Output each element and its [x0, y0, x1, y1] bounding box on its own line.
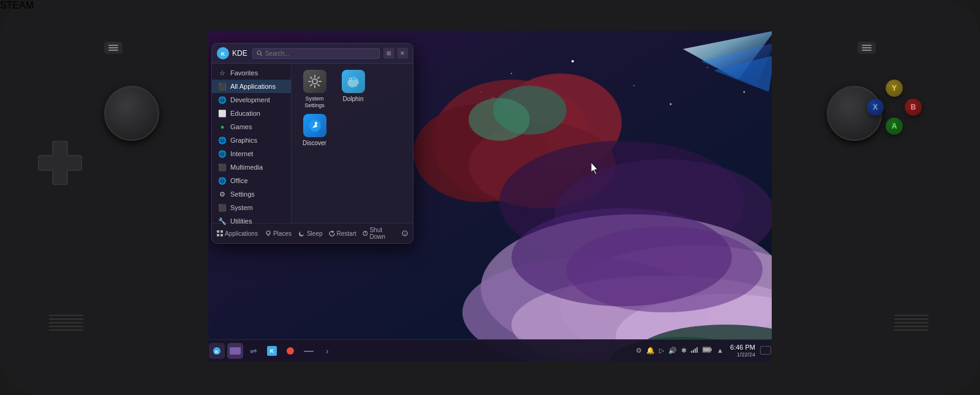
- all-apps-icon: ⬛: [218, 82, 227, 91]
- taskbar-task-blue[interactable]: K: [264, 343, 280, 359]
- app-discover[interactable]: Discover: [298, 114, 331, 146]
- tray-settings-icon[interactable]: ⚙: [635, 345, 643, 356]
- system-icon: ⬛: [218, 203, 227, 212]
- footer-restart[interactable]: Restart: [329, 230, 356, 237]
- svg-rect-2: [38, 156, 54, 170]
- sidebar-item-favorites[interactable]: ☆ Favorites: [212, 66, 291, 80]
- steam-button[interactable]: STEAM: [0, 0, 208, 11]
- menu-sidebar: ☆ Favorites ⬛ All Applications 🌐 Develop…: [212, 64, 292, 223]
- show-desktop-button[interactable]: [760, 346, 771, 355]
- svg-rect-90: [710, 348, 712, 351]
- menu-body: ☆ Favorites ⬛ All Applications 🌐 Develop…: [212, 64, 413, 223]
- x-button[interactable]: X: [867, 99, 884, 116]
- svg-point-76: [266, 231, 270, 235]
- tray-star-icon[interactable]: ✱: [680, 345, 688, 356]
- system-settings-icon: [303, 70, 326, 93]
- b-button[interactable]: B: [905, 99, 922, 116]
- search-placeholder: Search...: [265, 50, 290, 57]
- sidebar-item-multimedia[interactable]: ⬛ Multimedia: [212, 160, 291, 174]
- taskbar-task-arrows[interactable]: ⇌: [246, 343, 262, 359]
- sidebar-item-development[interactable]: 🌐 Development: [212, 93, 291, 107]
- settings-nav-icon: ⚙: [218, 190, 227, 198]
- multimedia-icon: ⬛: [218, 163, 227, 171]
- taskbar-left: K ⇌ K — ›: [209, 343, 335, 359]
- left-vents: [49, 313, 86, 334]
- svg-text:K: K: [215, 349, 219, 355]
- taskbar-task-bar[interactable]: —: [301, 343, 317, 359]
- right-menu-button[interactable]: [858, 42, 876, 54]
- dolphin-icon: [342, 70, 365, 93]
- office-icon: 🌐: [218, 176, 227, 185]
- svg-point-27: [707, 67, 708, 68]
- system-tray: ⚙ 🔔 ▷ 🔊 ✱ ▲: [635, 345, 725, 356]
- svg-rect-15: [862, 50, 872, 51]
- svg-rect-7: [108, 50, 118, 51]
- footer-shutdown[interactable]: Shut Down: [363, 227, 396, 240]
- clock-date: 1/22/24: [730, 352, 755, 359]
- svg-point-51: [567, 227, 763, 312]
- footer-places[interactable]: Places: [265, 230, 292, 237]
- svg-point-65: [257, 51, 261, 55]
- tray-battery-icon[interactable]: [701, 345, 714, 355]
- app-system-settings[interactable]: SystemSettings: [298, 70, 331, 109]
- svg-rect-3: [66, 156, 82, 170]
- svg-rect-14: [862, 47, 872, 48]
- menu-action-icons: ⊞ ✕: [383, 48, 408, 59]
- sidebar-item-internet[interactable]: 🌐 Internet: [212, 147, 291, 160]
- taskbar-kde-button[interactable]: K: [209, 343, 225, 359]
- menu-content-area: SystemSettings: [292, 64, 413, 223]
- system-settings-label: SystemSettings: [304, 96, 325, 109]
- dpad[interactable]: [38, 141, 82, 185]
- svg-rect-86: [693, 350, 694, 353]
- search-bar[interactable]: Search...: [252, 48, 380, 59]
- svg-point-25: [633, 85, 635, 86]
- svg-rect-6: [108, 47, 118, 48]
- sidebar-item-graphics[interactable]: 🌐 Graphics: [212, 134, 291, 147]
- svg-rect-13: [862, 45, 872, 46]
- taskbar: K ⇌ K — ›: [205, 339, 775, 361]
- app-dolphin[interactable]: Dolphin: [336, 70, 370, 109]
- footer-info[interactable]: i: [402, 230, 408, 236]
- screen: Dolphin Trash: [205, 31, 775, 361]
- sidebar-item-system[interactable]: ⬛ System: [212, 201, 291, 214]
- left-top-button[interactable]: [104, 42, 123, 54]
- discover-icon: [303, 114, 326, 137]
- footer-applications[interactable]: Applications: [217, 230, 258, 237]
- tray-volume-icon[interactable]: 🔊: [667, 345, 678, 356]
- svg-rect-85: [691, 351, 692, 353]
- svg-rect-4: [53, 156, 67, 170]
- taskbar-task-arrow[interactable]: ›: [319, 343, 335, 359]
- tray-arrow-up-icon[interactable]: ▲: [715, 345, 725, 355]
- y-button[interactable]: Y: [886, 80, 903, 97]
- discover-label: Discover: [303, 140, 326, 146]
- svg-point-69: [350, 79, 351, 80]
- tray-network-icon[interactable]: [690, 345, 699, 355]
- clock-time: 6:46 PM: [730, 343, 755, 352]
- tray-bell-icon[interactable]: 🔔: [645, 345, 656, 356]
- menu-pin-icon[interactable]: ✕: [397, 48, 408, 59]
- menu-grid-icon[interactable]: ⊞: [383, 48, 394, 59]
- system-clock[interactable]: 6:46 PM 1/22/24: [730, 343, 755, 359]
- svg-rect-87: [695, 348, 696, 353]
- sidebar-item-settings[interactable]: ⚙ Settings: [212, 187, 291, 201]
- left-joystick[interactable]: [104, 86, 159, 141]
- steam-deck-device: STEAM Y X B: [0, 0, 980, 395]
- sidebar-item-office[interactable]: 🌐 Office: [212, 174, 291, 187]
- sidebar-item-education[interactable]: ⬜ Education: [212, 107, 291, 120]
- taskbar-task-red[interactable]: [282, 343, 298, 359]
- svg-point-67: [312, 79, 317, 84]
- taskbar-task-purple[interactable]: [227, 343, 243, 359]
- a-button[interactable]: A: [886, 118, 903, 135]
- sidebar-item-games[interactable]: ● Games: [212, 120, 291, 134]
- sidebar-item-utilities[interactable]: 🔧 Utilities: [212, 214, 291, 228]
- tray-play-icon[interactable]: ▷: [658, 345, 665, 356]
- favorites-icon: ☆: [218, 69, 227, 77]
- kde-logo: K: [217, 47, 229, 59]
- taskbar-right: ⚙ 🔔 ▷ 🔊 ✱ ▲ 6:46 PM: [635, 343, 771, 359]
- education-icon: ⬜: [218, 109, 227, 118]
- svg-point-23: [511, 73, 512, 74]
- footer-sleep[interactable]: Sleep: [299, 230, 323, 237]
- desktop: Dolphin Trash: [205, 31, 775, 361]
- sidebar-item-all-apps[interactable]: ⬛ All Applications: [212, 80, 291, 93]
- app-menu: K KDE Search... ⊞ ✕: [211, 43, 413, 244]
